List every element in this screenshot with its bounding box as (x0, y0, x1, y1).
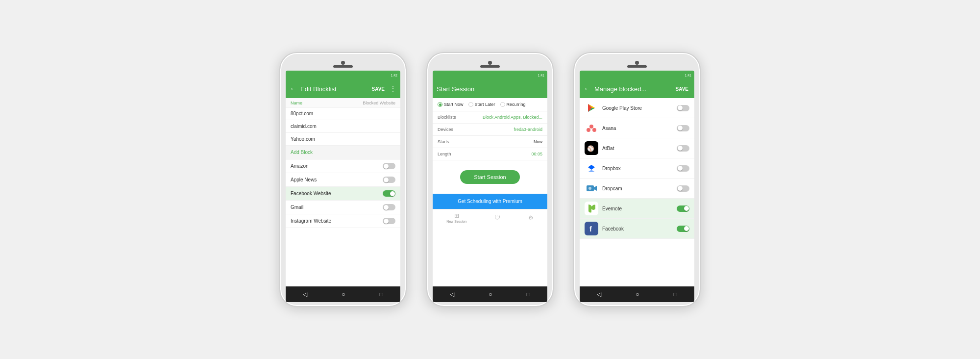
recurring-option[interactable]: Recurring (500, 102, 526, 107)
phone-3-content: Google Play Store Asana (580, 98, 694, 286)
home-nav-button-2[interactable]: ○ (489, 291, 492, 298)
length-value: 00:05 (531, 152, 542, 156)
start-later-label: Start Later (475, 102, 495, 107)
phone-2-app-bar: Start Session (433, 79, 547, 98)
settings-icon: ⚙ (528, 214, 534, 221)
recents-nav-button-3[interactable]: □ (674, 291, 677, 298)
asana-item: Asana (580, 118, 694, 138)
gmail-toggle[interactable] (383, 204, 395, 210)
recurring-radio[interactable] (500, 102, 505, 107)
phone-2-top (431, 60, 549, 70)
facebook-website-toggle-item: Facebook Website (286, 187, 400, 201)
new-session-nav[interactable]: ⊞ New Session (446, 212, 466, 223)
svg-point-16 (588, 187, 591, 190)
dropbox-item: Dropbox (580, 158, 694, 179)
dropcam-toggle[interactable] (677, 185, 689, 192)
atbat-item: ⚾ AtBat (580, 138, 694, 158)
start-later-radio[interactable] (468, 102, 473, 107)
dropbox-icon (585, 161, 598, 175)
amazon-toggle[interactable] (383, 163, 395, 169)
session-radio-row: Start Now Start Later Recurring (433, 98, 547, 111)
start-session-button[interactable]: Start Session (460, 170, 519, 184)
phone-3-bottom-nav: ◁ ○ □ (580, 286, 694, 302)
phone-3-camera (635, 61, 639, 65)
phone-1-title: Edit Blocklist (300, 85, 367, 93)
home-nav-button-3[interactable]: ○ (636, 291, 639, 298)
dropcam-label: Dropcam (602, 186, 673, 191)
phone-3-speaker (627, 65, 647, 68)
start-now-radio[interactable] (438, 102, 442, 107)
phone-3-top (578, 60, 696, 70)
phone-1-speaker (333, 65, 353, 68)
blocklists-row: Blocklists Block Android Apps, Blocked..… (433, 111, 547, 124)
blocklist-header: Name Blocked Website (286, 98, 400, 107)
phone-1-save-button[interactable]: SAVE (370, 85, 387, 93)
facebook-website-toggle[interactable] (383, 190, 395, 197)
recents-nav-button-2[interactable]: □ (527, 291, 530, 298)
recents-nav-button[interactable]: □ (380, 291, 383, 298)
phone-2-bottom-nav: ◁ ○ □ (433, 286, 547, 302)
apple-news-toggle-item: Apple News (286, 173, 400, 187)
instagram-toggle-item: Instagram Website (286, 214, 400, 228)
length-label: Length (438, 152, 451, 156)
gmail-toggle-item: Gmail (286, 201, 400, 214)
name-col-header: Name (291, 101, 302, 105)
svg-marker-13 (588, 170, 595, 172)
asana-label: Asana (602, 126, 673, 131)
start-now-option[interactable]: Start Now (438, 102, 464, 107)
phone-3-screen: 1:41 ← Manage blocked... SAVE (580, 71, 694, 302)
back-nav-button-2[interactable]: ◁ (450, 291, 454, 298)
amazon-toggle-item: Amazon (286, 159, 400, 173)
back-icon-3[interactable]: ← (584, 84, 591, 93)
phone-2: 1:41 Start Session Start Now Start Later (426, 52, 554, 307)
phone-2-camera (488, 61, 492, 65)
start-later-option[interactable]: Start Later (468, 102, 495, 107)
phone-1-screen: 1:42 ← Edit Blocklist SAVE ⋮ Name Blocke… (286, 71, 400, 302)
dropbox-toggle[interactable] (677, 165, 689, 172)
add-block-button[interactable]: Add Block (286, 146, 400, 159)
phone-3-status-bar: 1:41 (580, 71, 694, 79)
session-settings-nav[interactable]: ⚙ (528, 214, 534, 221)
play-store-icon (585, 101, 598, 115)
blocked-col-header: Blocked Website (363, 101, 395, 105)
back-nav-button[interactable]: ◁ (303, 291, 307, 298)
phone-3-status-icons: 1:41 (685, 74, 691, 77)
starts-label: Starts (438, 139, 449, 144)
blocklists-value: Block Android Apps, Blocked... (483, 115, 542, 120)
phone-1: 1:42 ← Edit Blocklist SAVE ⋮ Name Blocke… (279, 52, 407, 307)
recurring-label: Recurring (507, 102, 526, 107)
google-play-toggle[interactable] (677, 105, 689, 111)
facebook-toggle[interactable] (677, 226, 689, 232)
back-nav-button-3[interactable]: ◁ (597, 291, 601, 298)
facebook-icon: f (585, 222, 598, 235)
premium-banner[interactable]: Get Scheduling with Premium (433, 194, 547, 209)
session-shield-nav[interactable]: 🛡 (494, 214, 500, 221)
more-icon[interactable]: ⋮ (390, 85, 396, 93)
apple-news-toggle[interactable] (383, 177, 395, 183)
instagram-toggle[interactable] (383, 218, 395, 224)
home-nav-button[interactable]: ○ (342, 291, 345, 298)
phone-3-save-button[interactable]: SAVE (674, 85, 691, 93)
atbat-label: AtBat (602, 146, 673, 151)
atbat-toggle[interactable] (677, 145, 689, 152)
phone-2-time: 1:41 (538, 74, 544, 77)
starts-value: Now (534, 139, 542, 144)
google-play-item: Google Play Store (580, 98, 694, 118)
google-play-label: Google Play Store (602, 105, 673, 111)
phone-3-time: 1:41 (685, 74, 691, 77)
back-icon[interactable]: ← (290, 84, 297, 93)
facebook-item: f Facebook (580, 219, 694, 239)
devices-row: Devices freda3-android (433, 124, 547, 136)
svg-marker-15 (594, 186, 597, 191)
asana-icon (585, 121, 598, 135)
phone-1-bottom-nav: ◁ ○ □ (286, 286, 400, 302)
svg-point-7 (592, 128, 596, 132)
phone-1-time: 1:42 (391, 74, 397, 77)
evernote-toggle[interactable] (677, 205, 689, 212)
svg-text:⚾: ⚾ (587, 145, 594, 152)
atbat-icon: ⚾ (585, 141, 598, 155)
dropcam-icon (585, 181, 598, 195)
phone-1-camera (341, 61, 345, 65)
gmail-label: Gmail (291, 205, 303, 210)
asana-toggle[interactable] (677, 125, 689, 131)
